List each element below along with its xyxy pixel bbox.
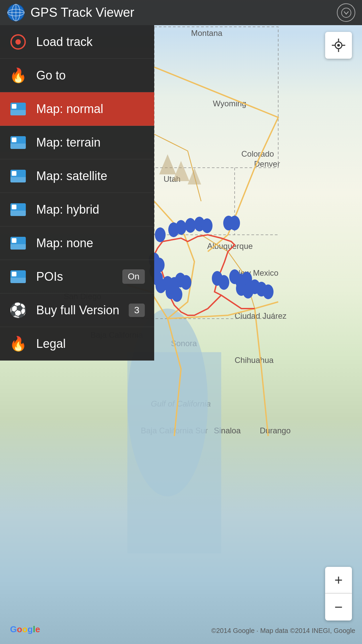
map-none-icon (9, 234, 27, 252)
menu-item-load-track[interactable]: Load track (0, 25, 154, 59)
legal-icon: 🔥 (9, 335, 27, 353)
menu-item-buy-version[interactable]: ⚽ Buy full Version 3 (0, 293, 154, 327)
menu-item-map-none[interactable]: Map: none (0, 226, 154, 260)
svg-point-68 (337, 44, 340, 47)
buy-version-label: Buy full Version (36, 303, 129, 317)
pois-label: POIs (36, 270, 122, 284)
map-hybrid-label: Map: hybrid (36, 203, 145, 217)
map-none-label: Map: none (36, 236, 145, 250)
map-hybrid-icon (9, 201, 27, 218)
svg-point-74 (342, 8, 351, 17)
go-to-icon: 🔥 (9, 67, 27, 84)
menu-item-legal[interactable]: 🔥 Legal (0, 327, 154, 361)
zoom-out-button[interactable]: − (325, 594, 352, 621)
app-title: GPS Track Viewer (31, 5, 337, 20)
dropdown-button[interactable] (337, 3, 355, 22)
menu-item-map-hybrid[interactable]: Map: hybrid (0, 193, 154, 226)
topbar: GPS Track Viewer (0, 0, 362, 25)
google-logo: Google (10, 624, 40, 635)
legal-label: Legal (36, 337, 145, 351)
menu-item-go-to[interactable]: 🔥 Go to (0, 59, 154, 92)
go-to-label: Go to (36, 68, 145, 83)
map-terrain-label: Map: terrain (36, 136, 145, 150)
zoom-in-button[interactable]: + (325, 567, 352, 594)
map-satellite-icon (9, 167, 27, 185)
map-attribution: ©2014 Google · Map data ©2014 INEGI, Goo… (211, 627, 355, 635)
map-normal-label: Map: normal (36, 102, 145, 116)
app-globe-icon (7, 3, 25, 22)
menu-item-map-terrain[interactable]: Map: terrain (0, 126, 154, 159)
menu-item-pois[interactable]: POIs On (0, 260, 154, 293)
menu-item-map-satellite[interactable]: Map: satellite (0, 159, 154, 193)
map-satellite-label: Map: satellite (36, 169, 145, 183)
map-normal-icon (9, 100, 27, 118)
menu-item-map-normal[interactable]: Map: normal (0, 92, 154, 126)
pois-toggle[interactable]: On (122, 269, 145, 284)
pois-icon (9, 268, 27, 285)
load-track-icon (9, 33, 27, 51)
buy-version-icon: ⚽ (9, 302, 27, 319)
load-track-label: Load track (36, 35, 145, 49)
buy-version-badge: 3 (129, 304, 145, 317)
gps-location-button[interactable] (325, 32, 352, 59)
side-menu: Load track 🔥 Go to Map: normal Map: terr… (0, 25, 154, 361)
map-terrain-icon (9, 134, 27, 151)
